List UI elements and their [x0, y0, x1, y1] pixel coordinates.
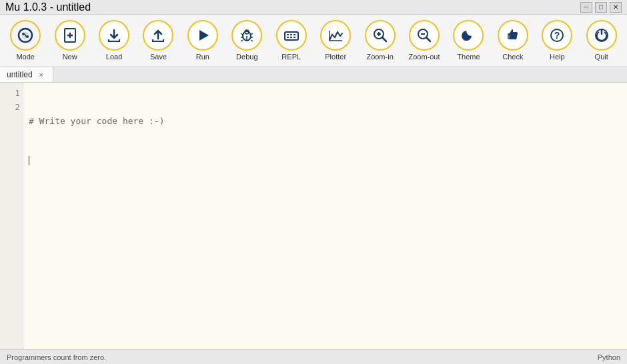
- load-button[interactable]: Load: [93, 17, 135, 63]
- line-number-2: 2: [3, 101, 20, 115]
- tab-name: untitled: [7, 70, 33, 79]
- debug-button[interactable]: Debug: [225, 17, 268, 63]
- run-button[interactable]: Run: [181, 17, 224, 63]
- zoom-in-button[interactable]: Zoom-in: [358, 17, 401, 63]
- plotter-icon: [320, 20, 351, 51]
- load-icon: [99, 20, 129, 51]
- run-icon: [187, 20, 218, 51]
- debug-icon: [231, 20, 262, 51]
- svg-line-14: [251, 40, 253, 41]
- svg-rect-21: [290, 37, 292, 38]
- theme-icon: [453, 20, 484, 51]
- plotter-button[interactable]: Plotter: [314, 17, 357, 63]
- check-button[interactable]: Check: [492, 17, 534, 63]
- zoom-out-button[interactable]: Zoom-out: [403, 17, 446, 63]
- svg-rect-18: [290, 34, 292, 35]
- help-button[interactable]: ? Help: [536, 17, 578, 63]
- quit-button[interactable]: Quit: [580, 17, 622, 63]
- titlebar: Mu 1.0.3 - untitled ─ □ ✕: [0, 0, 627, 15]
- zoom-out-icon: [409, 20, 440, 51]
- language-indicator: Python: [598, 353, 620, 361]
- close-button[interactable]: ✕: [610, 2, 622, 13]
- check-icon: [498, 20, 528, 51]
- run-label: Run: [196, 53, 209, 61]
- tab-untitled[interactable]: untitled ×: [0, 67, 53, 82]
- code-comment: # Write your code here :-): [29, 116, 165, 126]
- svg-marker-6: [199, 30, 209, 41]
- text-cursor: [29, 156, 29, 165]
- quit-label: Quit: [595, 53, 608, 61]
- zoom-out-label: Zoom-out: [408, 53, 440, 61]
- zoom-in-label: Zoom-in: [366, 53, 393, 61]
- svg-line-26: [382, 37, 386, 41]
- svg-rect-16: [285, 32, 298, 40]
- svg-line-10: [251, 33, 253, 35]
- repl-button[interactable]: REPL: [270, 17, 313, 63]
- zoom-in-icon: [365, 20, 396, 51]
- svg-point-1: [22, 33, 25, 35]
- mode-icon: [10, 20, 41, 51]
- restore-button[interactable]: □: [595, 2, 607, 13]
- svg-rect-19: [293, 34, 295, 35]
- load-label: Load: [106, 53, 122, 61]
- svg-line-13: [241, 40, 243, 41]
- cursor-line: [29, 156, 622, 165]
- svg-rect-22: [293, 37, 295, 38]
- code-comment-line: # Write your code here :-): [29, 115, 622, 129]
- theme-label: Theme: [457, 53, 480, 61]
- new-button[interactable]: New: [48, 17, 91, 63]
- debug-label: Debug: [236, 53, 257, 61]
- repl-label: REPL: [281, 53, 301, 61]
- new-label: New: [63, 53, 77, 61]
- line-number-1: 1: [3, 87, 20, 101]
- toolbar: Mode New Load Save: [0, 15, 627, 67]
- status-message: Programmers count from zero.: [7, 353, 106, 361]
- tabbar: untitled ×: [0, 67, 627, 83]
- repl-icon: [276, 20, 307, 51]
- save-icon: [143, 20, 173, 51]
- tab-close-button[interactable]: ×: [37, 70, 46, 79]
- titlebar-title: Mu 1.0.3 - untitled: [5, 1, 91, 13]
- minimize-button[interactable]: ─: [580, 2, 592, 13]
- theme-button[interactable]: Theme: [447, 17, 490, 63]
- svg-line-9: [241, 33, 243, 35]
- svg-rect-32: [508, 35, 510, 39]
- check-label: Check: [502, 53, 523, 61]
- svg-text:?: ?: [554, 30, 560, 41]
- save-label: Save: [150, 53, 167, 61]
- quit-icon: [586, 20, 617, 51]
- svg-line-30: [426, 37, 430, 41]
- editor-container: 1 2 # Write your code here :-): [0, 83, 627, 349]
- plotter-label: Plotter: [325, 53, 346, 61]
- help-icon: ?: [542, 20, 572, 51]
- line-numbers: 1 2: [0, 83, 23, 349]
- svg-rect-17: [287, 34, 289, 35]
- mode-button[interactable]: Mode: [4, 17, 47, 63]
- new-icon: [55, 20, 85, 51]
- mode-label: Mode: [16, 53, 35, 61]
- statusbar: Programmers count from zero. Python: [0, 349, 627, 364]
- help-label: Help: [550, 53, 565, 61]
- titlebar-controls: ─ □ ✕: [580, 2, 622, 13]
- svg-rect-20: [287, 37, 289, 38]
- editor-content[interactable]: # Write your code here :-): [23, 83, 627, 349]
- save-button[interactable]: Save: [137, 17, 179, 63]
